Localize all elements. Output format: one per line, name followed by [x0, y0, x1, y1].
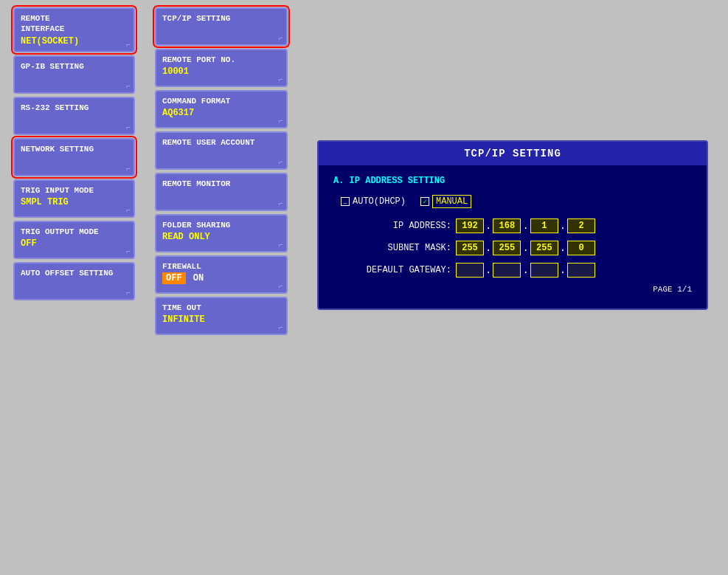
section-a-title: A. IP ADDRESS SETTING — [333, 176, 692, 186]
sidebar-item-remote-port[interactable]: REMOTE PORT NO. 10001 — [155, 49, 288, 87]
sidebar-item-tcpip-label: TCP/IP SETTING — [162, 13, 280, 24]
default-gateway-row: DEFAULT GATEWAY: . . . — [333, 263, 692, 278]
sidebar-item-command-format-label: COMMAND FORMAT — [162, 96, 280, 106]
sidebar-item-remote-port-value: 10001 — [162, 66, 280, 77]
sidebar-item-trig-input-value: SMPL TRIG — [21, 197, 128, 207]
sidebar-item-remote-monitor-label: REMOTE MONITOR — [162, 179, 280, 189]
ip-octet-4[interactable]: 2 — [567, 218, 595, 233]
sidebar-item-remote-interface-value: NET(SOCKET) — [21, 36, 128, 47]
default-gateway-label: DEFAULT GATEWAY: — [333, 265, 451, 275]
ip-octet-2[interactable]: 168 — [493, 218, 521, 233]
auto-dhcp-option[interactable]: _ AUTO(DHCP) — [341, 196, 406, 207]
sidebar-item-tcpip[interactable]: TCP/IP SETTING — [155, 7, 288, 46]
sidebar-item-remote-user-account-label: REMOTE USER ACCOUNT — [162, 137, 280, 148]
sidebar-item-command-format[interactable]: COMMAND FORMAT AQ6317 — [155, 90, 288, 128]
sidebar-item-remote-interface[interactable]: REMOTE INTERFACE NET(SOCKET) — [13, 7, 135, 52]
sidebar-item-folder-sharing-value: READ ONLY — [162, 232, 280, 242]
sidebar-item-network-setting-label: NETWORK SETTING — [21, 144, 128, 154]
page-number: PAGE 1/1 — [333, 285, 692, 294]
tcpip-panel-body: A. IP ADDRESS SETTING _ AUTO(DHCP) ✓ MAN… — [319, 165, 707, 309]
subnet-mask-fields: 255 . 255 . 255 . 0 — [456, 241, 595, 255]
sidebar-item-firewall[interactable]: FIREWALL OFF ON — [155, 255, 288, 294]
subnet-octet-4[interactable]: 0 — [567, 241, 595, 255]
sidebar-item-firewall-value: OFF ON — [162, 273, 280, 283]
sidebar-item-trig-output-value: OFF — [21, 238, 128, 249]
subnet-mask-label: SUBNET MASK: — [333, 243, 451, 253]
sidebar-item-auto-offset-label: AUTO OFFSET SETTING — [21, 268, 128, 278]
auto-dhcp-label: AUTO(DHCP) — [353, 196, 406, 207]
gateway-octet-1[interactable] — [456, 263, 484, 278]
sidebar-item-folder-sharing[interactable]: FOLDER SHARING READ ONLY — [155, 214, 288, 252]
subnet-octet-3[interactable]: 255 — [530, 241, 558, 255]
sidebar-item-rs232[interactable]: RS-232 SETTING — [13, 97, 135, 135]
gateway-octet-2[interactable] — [493, 263, 521, 278]
sidebar-item-rs232-label: RS-232 SETTING — [21, 103, 128, 113]
sidebar-item-gpib-label: GP-IB SETTING — [21, 61, 128, 72]
sidebar-item-trig-input-label: TRIG INPUT MODE — [21, 185, 128, 196]
tcpip-panel: TCP/IP SETTING A. IP ADDRESS SETTING _ A… — [317, 140, 708, 310]
manual-label: MANUAL — [432, 195, 471, 208]
sidebar-left: REMOTE INTERFACE NET(SOCKET) GP-IB SETTI… — [13, 7, 135, 300]
sidebar-item-trig-input[interactable]: TRIG INPUT MODE SMPL TRIG — [13, 179, 135, 218]
ip-address-row: IP ADDRESS: 192 . 168 . 1 . 2 — [333, 218, 692, 233]
sidebar-item-remote-interface-label: REMOTE INTERFACE — [21, 13, 128, 35]
sidebar-item-trig-output[interactable]: TRIG OUTPUT MODE OFF — [13, 221, 135, 259]
auto-dhcp-checkbox[interactable]: _ — [341, 197, 350, 206]
manual-option[interactable]: ✓ MANUAL — [420, 195, 471, 208]
tcpip-panel-title: TCP/IP SETTING — [319, 142, 707, 165]
gateway-octet-3[interactable] — [530, 263, 558, 278]
sidebar-item-timeout[interactable]: TIME OUT INFINITE — [155, 297, 288, 335]
ip-address-label: IP ADDRESS: — [333, 221, 451, 231]
sidebar-item-remote-port-label: REMOTE PORT NO. — [162, 55, 280, 65]
sidebar-item-folder-sharing-label: FOLDER SHARING — [162, 220, 280, 230]
manual-checkbox[interactable]: ✓ — [420, 197, 429, 206]
sidebar-item-remote-monitor[interactable]: REMOTE MONITOR — [155, 173, 288, 211]
ip-octet-3[interactable]: 1 — [530, 218, 558, 233]
sidebar-item-gpib[interactable]: GP-IB SETTING — [13, 55, 135, 94]
sidebar-item-network-setting[interactable]: NETWORK SETTING — [13, 138, 135, 176]
ip-octet-1[interactable]: 192 — [456, 218, 484, 233]
mode-selection-row: _ AUTO(DHCP) ✓ MANUAL — [333, 195, 692, 208]
ip-address-fields: 192 . 168 . 1 . 2 — [456, 218, 595, 233]
sidebar-right: TCP/IP SETTING REMOTE PORT NO. 10001 COM… — [155, 7, 288, 335]
firewall-on-label: ON — [191, 272, 206, 284]
default-gateway-fields: . . . — [456, 263, 595, 278]
sidebar-item-firewall-label: FIREWALL — [162, 261, 280, 272]
gateway-octet-4[interactable] — [567, 263, 595, 278]
sidebar-item-auto-offset[interactable]: AUTO OFFSET SETTING — [13, 262, 135, 300]
sidebar-item-remote-user-account[interactable]: REMOTE USER ACCOUNT — [155, 131, 288, 170]
sidebar-item-timeout-value: INFINITE — [162, 314, 280, 325]
subnet-mask-row: SUBNET MASK: 255 . 255 . 255 . 0 — [333, 241, 692, 255]
sidebar-item-timeout-label: TIME OUT — [162, 303, 280, 313]
subnet-octet-2[interactable]: 255 — [493, 241, 521, 255]
sidebar-item-trig-output-label: TRIG OUTPUT MODE — [21, 227, 128, 237]
firewall-off-label: OFF — [162, 272, 186, 284]
sidebar-item-command-format-value: AQ6317 — [162, 108, 280, 118]
subnet-octet-1[interactable]: 255 — [456, 241, 484, 255]
